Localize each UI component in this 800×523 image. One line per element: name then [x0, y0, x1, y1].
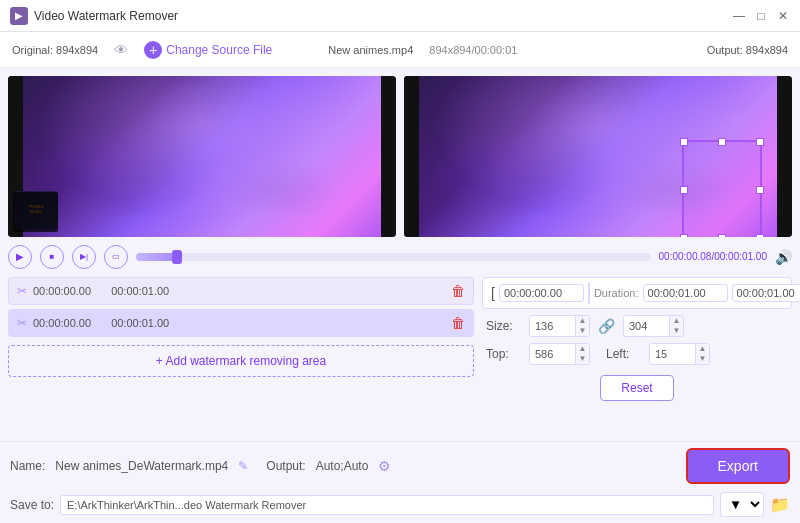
- width-input[interactable]: [530, 317, 575, 335]
- watermark-overlay: PROMO DEALS: [14, 191, 58, 229]
- change-source-button[interactable]: + Change Source File: [144, 41, 272, 59]
- track-icon-2: ✂: [17, 316, 27, 330]
- time-display: 00:00:00.08/00:00:01.00: [659, 251, 767, 262]
- plus-circle-icon: +: [144, 41, 162, 59]
- top-up[interactable]: ▲: [575, 344, 589, 354]
- track-start-1: 00:00:00.00: [33, 285, 91, 297]
- time-start-input[interactable]: [499, 284, 584, 302]
- height-down[interactable]: ▼: [669, 326, 683, 336]
- track-end-1: 00:00:01.00: [111, 285, 169, 297]
- width-down[interactable]: ▼: [575, 326, 589, 336]
- time-editor-row: [ ▲ ▼ Duration: ▲ ▼ ]: [482, 277, 792, 309]
- handle-tm[interactable]: [718, 138, 726, 146]
- close-button[interactable]: ✕: [776, 9, 790, 23]
- top-input-wrap: ▲ ▼: [529, 343, 590, 365]
- name-label: Name:: [10, 459, 45, 473]
- top-spinbox: ▲ ▼: [575, 344, 589, 364]
- stop-icon: ■: [50, 252, 55, 261]
- time-end-input[interactable]: [732, 284, 800, 302]
- step-forward-button[interactable]: ▶|: [72, 245, 96, 269]
- handle-br[interactable]: [756, 234, 764, 236]
- output-value-label: Auto;Auto: [316, 459, 369, 473]
- track-start-2: 00:00:00.00: [33, 317, 91, 329]
- left-input[interactable]: [650, 345, 695, 363]
- top-input[interactable]: [530, 345, 575, 363]
- main-content: Original: 894x894 👁 + Change Source File…: [0, 32, 800, 523]
- height-input-wrap: ▲ ▼: [623, 315, 684, 337]
- volume-icon[interactable]: 🔊: [775, 249, 792, 265]
- left-down[interactable]: ▼: [695, 354, 709, 364]
- time-start-up[interactable]: ▲: [589, 283, 590, 293]
- bracket-left: [: [491, 285, 495, 301]
- save-dropdown[interactable]: ▼: [720, 492, 764, 517]
- save-path-input[interactable]: [60, 495, 714, 515]
- right-controls: [ ▲ ▼ Duration: ▲ ▼ ] Size:: [482, 277, 792, 438]
- handle-rm[interactable]: [756, 186, 764, 194]
- track-icon-1: ✂: [17, 284, 27, 298]
- output-video-panel: [404, 76, 792, 237]
- handle-lm[interactable]: [680, 186, 688, 194]
- frame-icon: ▭: [112, 252, 120, 261]
- topbar: Original: 894x894 👁 + Change Source File…: [0, 32, 800, 68]
- watermark-text-deals: DEALS: [29, 210, 43, 215]
- maximize-button[interactable]: □: [754, 9, 768, 23]
- progress-fill: [136, 253, 177, 261]
- play-icon: ▶: [16, 251, 24, 262]
- top-label: Top:: [486, 347, 521, 361]
- handle-tr[interactable]: [756, 138, 764, 146]
- playbar: ▶ ■ ▶| ▭ 00:00:00.08/00:00:01.00 🔊: [0, 241, 800, 273]
- progress-thumb: [172, 250, 182, 264]
- height-spinbox: ▲ ▼: [669, 316, 683, 336]
- bottom-section: ✂ 00:00:00.00 00:00:01.00 🗑 ✂ 00:00:00.0…: [0, 273, 800, 442]
- output-video-frame: [404, 76, 792, 237]
- handle-bl[interactable]: [680, 234, 688, 236]
- dark-left-bar-right: [404, 76, 419, 237]
- resolution-label: 894x894/00:00:01: [429, 44, 517, 56]
- duration-input[interactable]: [643, 284, 728, 302]
- output-label: Output: 894x894: [707, 44, 788, 56]
- titlebar-left: ▶ Video Watermark Remover: [10, 7, 178, 25]
- minimize-button[interactable]: —: [732, 9, 746, 23]
- size-label: Size:: [486, 319, 521, 333]
- time-start-down[interactable]: ▼: [589, 293, 590, 303]
- original-video-frame: PROMO DEALS: [8, 76, 396, 237]
- folder-icon[interactable]: 📁: [770, 495, 790, 514]
- left-label: Left:: [606, 347, 641, 361]
- track-delete-2[interactable]: 🗑: [451, 315, 465, 331]
- track-times-2: 00:00:00.00 00:00:01.00: [33, 317, 445, 329]
- selection-box[interactable]: [682, 140, 762, 236]
- track-delete-1[interactable]: 🗑: [451, 283, 465, 299]
- handle-tl[interactable]: [680, 138, 688, 146]
- export-button[interactable]: Export: [686, 448, 790, 484]
- left-up[interactable]: ▲: [695, 344, 709, 354]
- change-source-label: Change Source File: [166, 43, 272, 57]
- stop-button[interactable]: ■: [40, 245, 64, 269]
- gear-icon[interactable]: ⚙: [378, 458, 391, 474]
- add-watermark-button[interactable]: + Add watermark removing area: [8, 345, 474, 377]
- handle-bm[interactable]: [718, 234, 726, 236]
- top-down[interactable]: ▼: [575, 354, 589, 364]
- duration-label: Duration:: [594, 287, 639, 299]
- original-video-panel: PROMO DEALS: [8, 76, 396, 237]
- original-resolution-label: Original: 894x894: [12, 44, 98, 56]
- eye-icon[interactable]: 👁: [114, 42, 128, 58]
- left-input-wrap: ▲ ▼: [649, 343, 710, 365]
- height-up[interactable]: ▲: [669, 316, 683, 326]
- link-icon[interactable]: 🔗: [598, 318, 615, 334]
- play-button[interactable]: ▶: [8, 245, 32, 269]
- filename-label: New animes.mp4: [328, 44, 413, 56]
- watermark-text-promo: PROMO: [28, 205, 43, 210]
- width-up[interactable]: ▲: [575, 316, 589, 326]
- edit-icon[interactable]: ✎: [238, 459, 248, 473]
- save-row: Save to: ▼ 📁: [0, 490, 800, 523]
- left-spinbox: ▲ ▼: [695, 344, 709, 364]
- height-input[interactable]: [624, 317, 669, 335]
- reset-button[interactable]: Reset: [600, 375, 673, 401]
- progress-bar[interactable]: [136, 253, 651, 261]
- track-end-2: 00:00:01.00: [111, 317, 169, 329]
- step-icon: ▶|: [80, 252, 88, 261]
- frame-button[interactable]: ▭: [104, 245, 128, 269]
- titlebar: ▶ Video Watermark Remover — □ ✕: [0, 0, 800, 32]
- width-input-wrap: ▲ ▼: [529, 315, 590, 337]
- app-title: Video Watermark Remover: [34, 9, 178, 23]
